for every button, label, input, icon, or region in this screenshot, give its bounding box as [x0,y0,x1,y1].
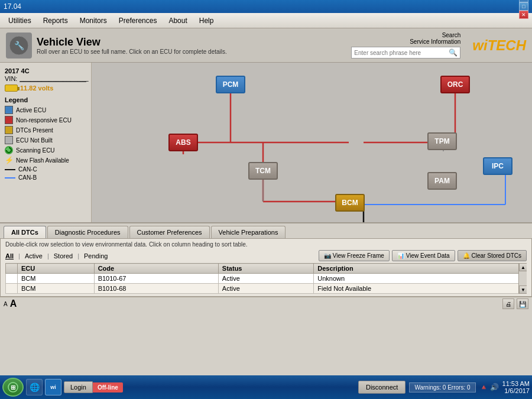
tab-customer-preferences[interactable]: Customer Preferences [129,226,210,238]
font-right-controls: 🖨 💾 [502,299,528,309]
search-input[interactable] [354,50,449,56]
clear-stored-dtcs-button[interactable]: 🔔 Clear Stored DTCs [458,250,527,261]
cell-sel-1 [6,274,18,284]
battery-line: 11.82 volts [5,85,86,92]
network-icon[interactable]: 🔺 [479,383,488,391]
ecu-abs[interactable]: ABS [168,134,198,151]
can-b-line [5,177,15,179]
scroll-up-button[interactable]: ▲ [519,263,527,271]
dtc-table-wrapper: ECU Code Status Description BCM B1010-67… [5,263,527,294]
print-button[interactable]: 🖨 [502,299,514,309]
search-area: SearchService Information 🔍 [351,32,460,59]
table-scrollbar[interactable]: ▲ ▼ [518,263,527,294]
witech-logo: wiTECH [472,37,526,54]
dtc-filter-row: All | Active | Stored | Pending 📷 View F… [5,250,527,261]
font-controls: A A 🖨 💾 [0,297,532,310]
legend-gray-box [5,136,13,144]
legend-ecu-not-built: ECU Not Built [5,136,86,144]
clock-date: 1/6/2017 [502,387,530,394]
col-sel[interactable] [6,264,18,274]
freeze-frame-label: View Freeze Frame [333,252,384,259]
logo-wi: wi [472,37,487,53]
legend-can-c: CAN-C [5,166,86,173]
login-button[interactable]: Login [64,381,93,393]
filter-all[interactable]: All [5,252,14,259]
tab-vehicle-preparations[interactable]: Vehicle Preparations [211,226,286,238]
menu-monitors[interactable]: Monitors [74,15,113,27]
ecu-pam[interactable]: PAM [427,172,457,190]
save-button[interactable]: 💾 [517,299,528,309]
cell-ecu-1: BCM [18,274,95,284]
view-freeze-frame-button[interactable]: 📷 View Freeze Frame [319,250,390,261]
legend-nonresponsive-ecu: Non-responsive ECU [5,116,86,124]
menu-utilities[interactable]: Utilities [2,15,37,27]
col-description[interactable]: Description [314,264,527,274]
close-button[interactable]: ✕ [519,11,528,19]
menu-preferences[interactable]: Preferences [113,15,163,27]
maximize-button[interactable]: □ [519,2,528,11]
logo-tech: TECH [488,37,526,53]
font-large-button[interactable]: A [10,299,17,309]
disconnect-button[interactable]: Disconnect [358,381,406,394]
filter-active[interactable]: Active [25,252,43,259]
vehicle-info: 2017 4C VIN: ___________________ 11.82 v… [5,67,86,92]
start-button[interactable]: ⊞ [2,378,24,397]
legend-yellow-box [5,126,13,134]
ecu-tpm[interactable]: TPM [427,132,457,150]
volume-icon[interactable]: 🔊 [490,383,499,391]
search-icon[interactable]: 🔍 [449,48,458,57]
page-title: Vehicle View [37,36,227,48]
taskbar-ie-icon[interactable]: 🌐 [26,379,43,395]
menu-help[interactable]: Help [193,15,220,27]
event-data-label: View Event Data [406,252,450,259]
tab-diagnostic-procedures[interactable]: Diagnostic Procedures [47,226,128,238]
witech-taskbar-icon[interactable]: wi [45,379,61,395]
ecu-pcm[interactable]: PCM [216,76,245,93]
header-title: Vehicle View Roll over an ECU to see ful… [37,36,227,55]
vin-label: VIN: [5,75,17,82]
legend-panel: 2017 4C VIN: ___________________ 11.82 v… [0,63,92,222]
warnings-area: Warnings: 0 Errors: 0 [409,382,475,392]
ecu-tcm[interactable]: TCM [248,162,278,180]
filter-stored[interactable]: Stored [54,252,73,259]
legend-dtcs-present: DTCs Present [5,126,86,134]
font-size-controls: A A [4,299,17,309]
flash-icon: ⚡ [5,156,13,164]
ecu-orc[interactable]: ORC [440,76,470,93]
col-ecu[interactable]: ECU [18,264,95,274]
vehicle-model: 2017 4C [5,67,86,74]
ecu-bcm[interactable]: BCM [335,194,365,212]
dtc-table: ECU Code Status Description BCM B1010-67… [5,263,527,294]
filter-pending[interactable]: Pending [84,252,108,259]
ecu-ipc[interactable]: IPC [483,157,512,175]
title-bar: 17.04 − □ ✕ [0,0,532,13]
cell-status-1: Active [218,274,313,284]
header-left: 🔧 Vehicle View Roll over an ECU to see f… [6,33,227,59]
clear-dtcs-label: Clear Stored DTCs [472,252,521,259]
scroll-down-button[interactable]: ▼ [519,286,527,294]
col-code[interactable]: Code [94,264,218,274]
tab-all-dtcs[interactable]: All DTCs [4,226,46,238]
search-label: SearchService Information [410,32,460,45]
col-status[interactable]: Status [218,264,313,274]
view-event-data-button[interactable]: 📊 View Event Data [392,250,455,261]
table-row[interactable]: BCM B1010-67 Active Unknown [6,274,527,284]
legend-can-b: CAN-B [5,174,86,181]
font-small-button[interactable]: A [4,301,8,307]
tab-row: All DTCs Diagnostic Procedures Customer … [0,223,532,238]
legend-blue-box [5,106,13,114]
legend-active-ecu: Active ECU [5,106,86,114]
page-subtitle: Roll over an ECU to see full name. Click… [37,48,227,55]
menu-about[interactable]: About [163,15,193,27]
dtc-buttons: 📷 View Freeze Frame 📊 View Event Data 🔔 … [319,250,527,261]
legend-red-box [5,116,13,124]
scan-icon [5,146,13,154]
cell-desc-2: Field Not Available [314,284,527,294]
cell-ecu-2: BCM [18,284,95,294]
menu-reports[interactable]: Reports [37,15,74,27]
dtc-filters: All | Active | Stored | Pending [5,252,108,259]
battery-icon [5,85,18,92]
scroll-track[interactable] [519,271,527,286]
warnings-text: Warnings: 0 Errors: 0 [414,384,470,391]
table-row[interactable]: BCM B1010-68 Active Field Not Available [6,284,527,294]
